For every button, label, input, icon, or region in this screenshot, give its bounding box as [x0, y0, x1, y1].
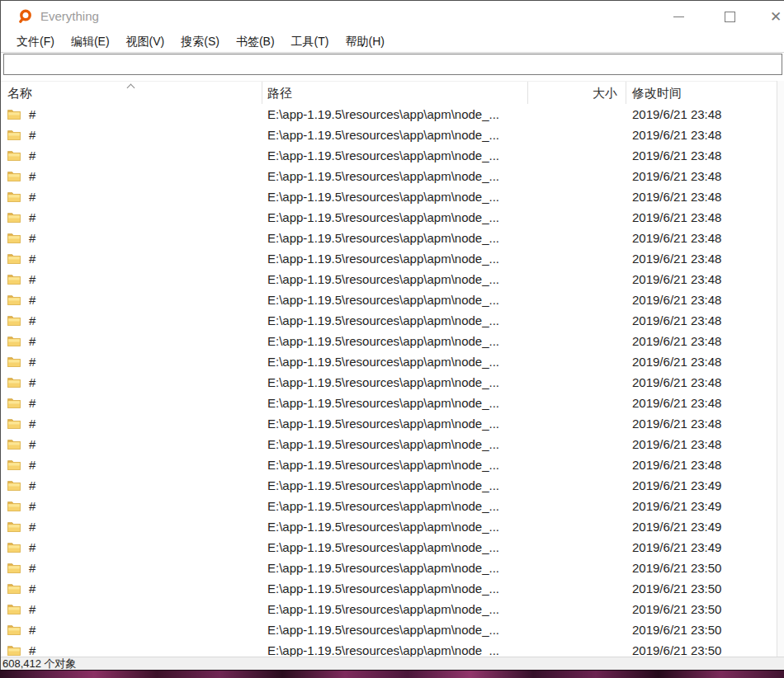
cell-modified: 2019/6/21 23:48 [626, 248, 777, 269]
folder-icon [7, 212, 21, 223]
cell-modified: 2019/6/21 23:48 [626, 331, 777, 351]
table-row[interactable]: #E:\app-1.19.5\resources\app\apm\node_..… [1, 393, 784, 413]
folder-icon [7, 583, 21, 594]
table-row[interactable]: #E:\app-1.19.5\resources\app\apm\node_..… [1, 331, 784, 351]
cell-name: # [1, 599, 262, 619]
desktop-wallpaper [0, 670, 784, 678]
table-row[interactable]: #E:\app-1.19.5\resources\app\apm\node_..… [1, 454, 784, 475]
table-row[interactable]: #E:\app-1.19.5\resources\app\apm\node_..… [1, 496, 784, 516]
table-row[interactable]: #E:\app-1.19.5\resources\app\apm\node_..… [1, 207, 784, 228]
table-row[interactable]: #E:\app-1.19.5\resources\app\apm\node_..… [1, 125, 784, 145]
cell-path: E:\app-1.19.5\resources\app\apm\node_... [262, 558, 528, 578]
folder-icon [7, 129, 21, 140]
folder-icon [7, 150, 21, 161]
table-row[interactable]: #E:\app-1.19.5\resources\app\apm\node_..… [1, 290, 784, 310]
cell-name: # [1, 207, 262, 228]
cell-size [528, 578, 626, 599]
cell-modified: 2019/6/21 23:48 [626, 351, 777, 372]
file-name: # [29, 210, 35, 224]
table-row[interactable]: #E:\app-1.19.5\resources\app\apm\node_..… [1, 640, 784, 657]
cell-path: E:\app-1.19.5\resources\app\apm\node_... [262, 413, 528, 434]
column-header-modified[interactable]: 修改时间 [626, 82, 777, 105]
menu-help[interactable]: 帮助(H) [337, 33, 392, 51]
vertical-scrollbar[interactable] [777, 81, 784, 657]
folder-icon [7, 191, 21, 202]
cell-path: E:\app-1.19.5\resources\app\apm\node_... [262, 310, 528, 331]
menu-view[interactable]: 视图(V) [118, 33, 173, 51]
table-row[interactable]: #E:\app-1.19.5\resources\app\apm\node_..… [1, 434, 784, 454]
folder-icon [7, 253, 21, 264]
menu-file[interactable]: 文件(F) [8, 33, 63, 51]
folder-icon [7, 418, 21, 429]
file-name: # [29, 581, 35, 596]
cell-modified: 2019/6/21 23:48 [626, 104, 777, 125]
menu-bookmarks[interactable]: 书签(B) [228, 33, 283, 51]
cell-name: # [1, 578, 262, 599]
table-row[interactable]: #E:\app-1.19.5\resources\app\apm\node_..… [1, 599, 784, 619]
table-row[interactable]: #E:\app-1.19.5\resources\app\apm\node_..… [1, 413, 784, 434]
close-button[interactable]: ✕ [757, 1, 784, 32]
file-name: # [29, 396, 35, 410]
cell-modified: 2019/6/21 23:48 [626, 269, 777, 290]
cell-name: # [1, 434, 262, 454]
folder-icon [7, 336, 21, 346]
menu-tools[interactable]: 工具(T) [283, 33, 338, 51]
cell-modified: 2019/6/21 23:48 [626, 454, 777, 475]
table-row[interactable]: #E:\app-1.19.5\resources\app\apm\node_..… [1, 372, 784, 393]
cell-size [528, 599, 626, 619]
column-header-size[interactable]: 大小 [528, 82, 626, 105]
cell-name: # [1, 145, 262, 166]
minimize-icon [673, 16, 684, 17]
table-row[interactable]: #E:\app-1.19.5\resources\app\apm\node_..… [1, 104, 784, 125]
cell-name: # [1, 228, 262, 248]
table-row[interactable]: #E:\app-1.19.5\resources\app\apm\node_..… [1, 228, 784, 248]
folder-icon [7, 274, 21, 285]
minimize-button[interactable] [659, 1, 697, 32]
file-name: # [29, 623, 35, 637]
table-row[interactable]: #E:\app-1.19.5\resources\app\apm\node_..… [1, 248, 784, 269]
folder-icon [7, 459, 21, 470]
table-row[interactable]: #E:\app-1.19.5\resources\app\apm\node_..… [1, 269, 784, 290]
file-name: # [29, 231, 35, 245]
cell-size [528, 310, 626, 331]
cell-name: # [1, 413, 262, 434]
menu-search[interactable]: 搜索(S) [172, 33, 228, 51]
cell-size [528, 248, 626, 269]
folder-icon [7, 604, 21, 614]
file-name: # [29, 107, 35, 121]
cell-modified: 2019/6/21 23:48 [626, 207, 777, 228]
cell-size [528, 496, 626, 516]
cell-modified: 2019/6/21 23:48 [626, 393, 777, 413]
cell-size [528, 372, 626, 393]
table-row[interactable]: #E:\app-1.19.5\resources\app\apm\node_..… [1, 578, 784, 599]
cell-path: E:\app-1.19.5\resources\app\apm\node_... [262, 228, 528, 248]
table-row[interactable]: #E:\app-1.19.5\resources\app\apm\node_..… [1, 619, 784, 640]
table-row[interactable]: #E:\app-1.19.5\resources\app\apm\node_..… [1, 558, 784, 578]
table-row[interactable]: #E:\app-1.19.5\resources\app\apm\node_..… [1, 186, 784, 207]
cell-path: E:\app-1.19.5\resources\app\apm\node_... [262, 516, 528, 537]
table-row[interactable]: #E:\app-1.19.5\resources\app\apm\node_..… [1, 145, 784, 166]
title-bar: Everything ✕ [1, 1, 784, 32]
cell-path: E:\app-1.19.5\resources\app\apm\node_... [262, 578, 528, 599]
table-row[interactable]: #E:\app-1.19.5\resources\app\apm\node_..… [1, 537, 784, 558]
cell-path: E:\app-1.19.5\resources\app\apm\node_... [262, 454, 528, 475]
results-list: #E:\app-1.19.5\resources\app\apm\node_..… [1, 104, 784, 657]
maximize-button[interactable] [711, 1, 749, 32]
cell-size [528, 454, 626, 475]
column-header-name[interactable]: 名称 [1, 82, 262, 105]
table-row[interactable]: #E:\app-1.19.5\resources\app\apm\node_..… [1, 310, 784, 331]
file-name: # [29, 252, 35, 266]
file-name: # [29, 313, 35, 327]
column-header-path[interactable]: 路径 [262, 82, 528, 105]
cell-modified: 2019/6/21 23:48 [626, 228, 777, 248]
table-row[interactable]: #E:\app-1.19.5\resources\app\apm\node_..… [1, 516, 784, 537]
menu-edit[interactable]: 编辑(E) [63, 33, 118, 51]
table-row[interactable]: #E:\app-1.19.5\resources\app\apm\node_..… [1, 475, 784, 496]
table-row[interactable]: #E:\app-1.19.5\resources\app\apm\node_..… [1, 166, 784, 186]
folder-icon [7, 645, 21, 656]
table-row[interactable]: #E:\app-1.19.5\resources\app\apm\node_..… [1, 351, 784, 372]
sort-ascending-icon [128, 83, 135, 90]
cell-modified: 2019/6/21 23:50 [626, 599, 777, 619]
search-input[interactable] [3, 54, 782, 75]
cell-modified: 2019/6/21 23:48 [626, 290, 777, 310]
